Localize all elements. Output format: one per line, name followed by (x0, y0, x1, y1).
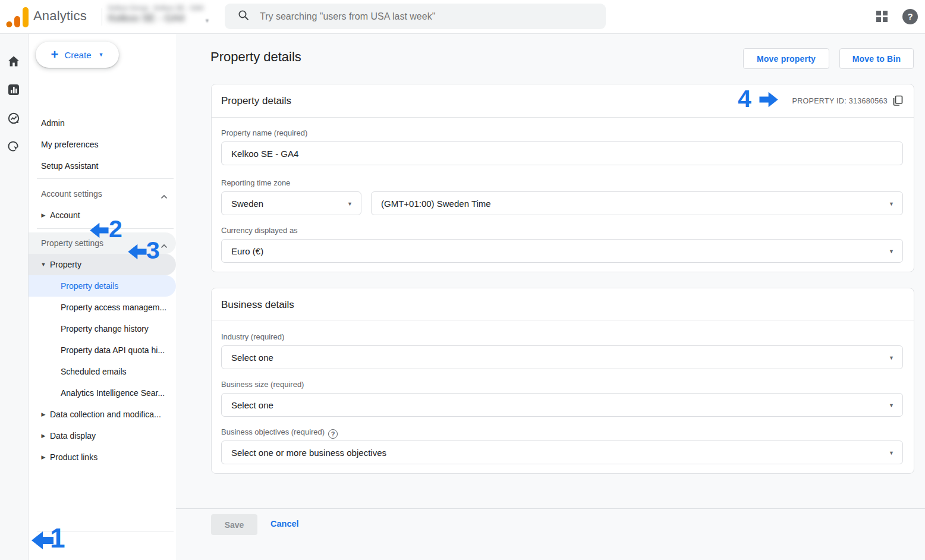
property-details-card: Property details PROPERTY ID: 313680563 … (211, 84, 914, 272)
property-name-redacted: Kelkoo SE - GA4 (108, 12, 215, 24)
move-property-button[interactable]: Move property (743, 48, 829, 69)
card-header: Business details (212, 288, 914, 320)
sidebar-divider (37, 178, 174, 179)
top-header: Analytics Kelkoo Group · Kelkoo SE - GA4… (0, 0, 925, 34)
sidebar-item-property-access-management[interactable]: Property access managem... (29, 297, 176, 318)
footer-divider (176, 508, 925, 509)
annotation-number-2: 2 (109, 215, 122, 243)
account-caret-icon: ▼ (204, 18, 210, 24)
business-size-label: Business size (required) (221, 380, 304, 389)
admin-sidebar: + Create ▼ Admin My preferences Setup As… (29, 34, 176, 560)
sidebar-item-property-change-history[interactable]: Property change history (29, 318, 176, 339)
copy-icon[interactable] (892, 95, 904, 107)
sidebar-item-analytics-intelligence[interactable]: Analytics Intelligence Sear... (29, 382, 176, 404)
business-size-select[interactable]: Select one ▼ (221, 393, 903, 417)
analytics-logo-icon[interactable] (6, 6, 30, 29)
reports-icon[interactable] (7, 83, 21, 97)
timezone-select[interactable]: (GMT+01:00) Sweden Time ▼ (371, 191, 903, 215)
sidebar-item-product-links[interactable]: ▶ Product links (29, 446, 176, 468)
chevron-up-icon (161, 191, 168, 201)
annotation-arrow-right-4 (759, 92, 779, 108)
sidebar-item-setup-assistant[interactable]: Setup Assistant (29, 155, 176, 177)
business-objectives-select[interactable]: Select one or more business objectives ▼ (221, 441, 903, 464)
left-nav-rail: ⚙ (0, 34, 29, 560)
explore-icon[interactable] (7, 112, 21, 126)
search-input[interactable] (260, 11, 581, 22)
industry-label: Industry (required) (221, 332, 284, 341)
property-name-label: Property name (required) (221, 128, 307, 137)
help-icon[interactable]: ? (902, 9, 918, 24)
move-to-bin-button[interactable]: Move to Bin (839, 48, 914, 69)
sidebar-section-account-settings[interactable]: Account settings (29, 183, 176, 205)
industry-select[interactable]: Select one ▼ (221, 345, 903, 369)
dropdown-caret-icon: ▼ (889, 355, 894, 361)
card-title: Property details (221, 95, 291, 107)
home-icon[interactable] (7, 55, 21, 69)
search-icon (238, 10, 249, 23)
timezone-label: Reporting time zone (221, 178, 290, 187)
dropdown-caret-icon: ▼ (889, 450, 894, 456)
google-apps-grid-icon[interactable] (876, 11, 888, 22)
sidebar-item-property-data-api-quota[interactable]: Property data API quota hi... (29, 339, 176, 361)
expand-right-icon: ▶ (37, 411, 50, 417)
sidebar-item-my-preferences[interactable]: My preferences (29, 134, 176, 155)
property-id-text: PROPERTY ID: 313680563 (792, 97, 888, 105)
annotation-number-1: 1 (50, 522, 65, 554)
property-name-field[interactable] (221, 141, 903, 165)
card-title: Business details (221, 299, 294, 311)
dropdown-caret-icon: ▼ (889, 402, 894, 408)
dropdown-caret-icon: ▼ (889, 201, 894, 207)
sidebar-item-admin[interactable]: Admin (29, 112, 176, 134)
expand-right-icon: ▶ (37, 454, 50, 460)
account-path-redacted: Kelkoo Group · Kelkoo SE - GA4 (108, 4, 215, 11)
expand-down-icon: ▼ (37, 262, 50, 268)
sidebar-item-scheduled-emails[interactable]: Scheduled emails (29, 361, 176, 382)
business-details-card: Business details Industry (required) Sel… (211, 288, 914, 474)
annotation-number-4: 4 (738, 85, 751, 113)
app-title: Analytics (33, 8, 87, 24)
save-button[interactable]: Save (211, 514, 257, 535)
chevron-up-icon (161, 241, 168, 250)
timezone-country-select[interactable]: Sweden ▼ (221, 191, 361, 215)
create-button[interactable]: + Create ▼ (36, 42, 119, 68)
create-caret-icon: ▼ (98, 52, 103, 58)
page-title: Property details (210, 49, 301, 65)
business-objectives-label: Business objectives (required)? (221, 427, 338, 439)
currency-label: Currency displayed as (221, 226, 298, 235)
currency-select[interactable]: Euro (€) ▼ (221, 239, 903, 263)
card-header: Property details PROPERTY ID: 313680563 (212, 84, 914, 118)
annotation-number-3: 3 (146, 237, 160, 265)
expand-right-icon: ▶ (37, 433, 50, 439)
global-search[interactable] (225, 4, 606, 29)
create-button-label: Create (64, 50, 91, 60)
sidebar-item-property-details-active[interactable]: Property details (29, 275, 176, 297)
advertising-icon[interactable] (7, 140, 21, 155)
account-switcher[interactable]: Kelkoo Group · Kelkoo SE - GA4 Kelkoo SE… (108, 4, 215, 30)
sidebar-item-data-collection[interactable]: ▶ Data collection and modifica... (29, 404, 176, 425)
header-divider (102, 8, 102, 26)
plus-icon: + (51, 49, 59, 61)
expand-right-icon: ▶ (37, 212, 50, 218)
cancel-button[interactable]: Cancel (270, 519, 299, 528)
dropdown-caret-icon: ▼ (347, 201, 353, 207)
dropdown-caret-icon: ▼ (889, 248, 894, 254)
sidebar-item-data-display[interactable]: ▶ Data display (29, 425, 176, 446)
annotation-arrow-left-3 (127, 244, 147, 260)
annotation-arrow-left-2 (89, 222, 109, 238)
help-circle-icon[interactable]: ? (328, 429, 338, 439)
property-name-input[interactable] (222, 142, 869, 165)
